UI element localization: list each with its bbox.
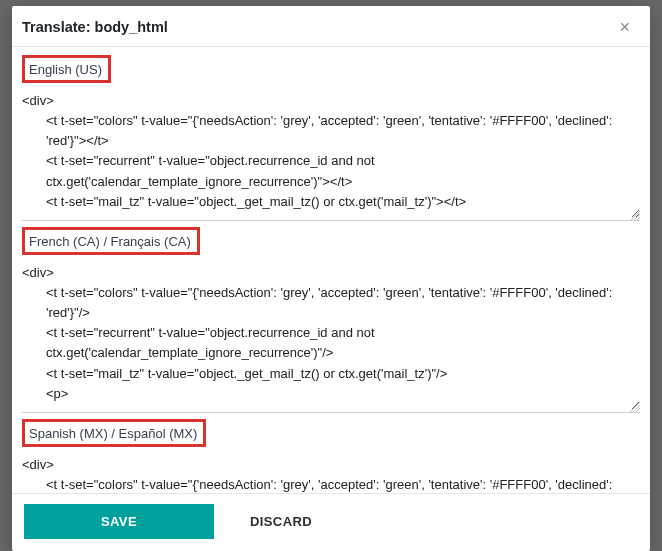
modal-footer: SAVE DISCARD bbox=[12, 493, 650, 551]
translation-field-wrapper: <div><t t-set="colors" t-value="{'needsA… bbox=[22, 259, 640, 413]
language-label: French (CA) / Français (CA) bbox=[22, 227, 200, 255]
resize-handle-icon[interactable] bbox=[630, 402, 640, 412]
code-line: <p> bbox=[22, 384, 636, 404]
translation-field-wrapper: <div><t t-set="colors" t-value="{'needsA… bbox=[22, 87, 640, 221]
close-icon[interactable]: × bbox=[615, 18, 634, 36]
translate-modal: Translate: body_html × English (US)<div>… bbox=[12, 6, 650, 551]
translation-field[interactable]: <div><t t-set="colors" t-value="{'needsA… bbox=[22, 259, 640, 410]
code-line: <t t-set="recurrent" t-value="object.rec… bbox=[22, 323, 636, 363]
modal-header: Translate: body_html × bbox=[12, 6, 650, 47]
resize-handle-icon[interactable] bbox=[630, 210, 640, 220]
language-block: English (US)<div><t t-set="colors" t-val… bbox=[22, 55, 640, 221]
code-line: <t t-set="colors" t-value="{'needsAction… bbox=[22, 475, 636, 493]
code-line: <div> bbox=[22, 265, 54, 280]
code-line: <div> bbox=[22, 457, 54, 472]
code-line: <t t-set="mail_tz" t-value="object._get_… bbox=[22, 192, 636, 212]
modal-title: Translate: body_html bbox=[22, 19, 168, 35]
code-line: <div> bbox=[22, 93, 54, 108]
discard-button[interactable]: DISCARD bbox=[232, 504, 330, 539]
language-label: English (US) bbox=[22, 55, 111, 83]
code-line: <t t-set="colors" t-value="{'needsAction… bbox=[22, 283, 636, 323]
code-line: <t t-set="mail_tz" t-value="object._get_… bbox=[22, 364, 636, 384]
code-line: <t t-set="colors" t-value="{'needsAction… bbox=[22, 111, 636, 151]
code-line: <t t-set="recurrent" t-value="object.rec… bbox=[22, 151, 636, 191]
modal-body: English (US)<div><t t-set="colors" t-val… bbox=[12, 47, 650, 493]
translation-field[interactable]: <div><t t-set="colors" t-value="{'needsA… bbox=[22, 87, 640, 218]
save-button[interactable]: SAVE bbox=[24, 504, 214, 539]
translation-field-wrapper: <div><t t-set="colors" t-value="{'needsA… bbox=[22, 451, 640, 493]
language-block: Spanish (MX) / Español (MX)<div><t t-set… bbox=[22, 419, 640, 493]
translation-field[interactable]: <div><t t-set="colors" t-value="{'needsA… bbox=[22, 451, 640, 493]
language-block: French (CA) / Français (CA)<div><t t-set… bbox=[22, 227, 640, 413]
language-label: Spanish (MX) / Español (MX) bbox=[22, 419, 206, 447]
